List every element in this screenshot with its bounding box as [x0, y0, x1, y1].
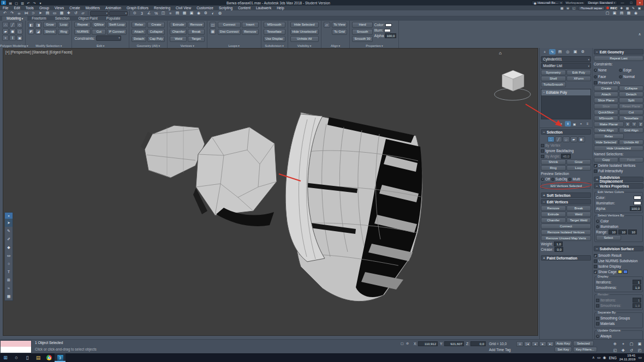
quick-access-dropdown-icon[interactable]: ▾ — [38, 1, 43, 5]
render-iterations-checkbox[interactable] — [596, 299, 599, 302]
preserve-uvs-checkbox[interactable] — [594, 81, 597, 85]
edit-geometry-button[interactable]: Split — [619, 98, 643, 103]
shrink-loop-icon[interactable]: ◩ — [28, 28, 34, 34]
isolate-selection-icon[interactable]: ▢ — [604, 10, 611, 16]
modifier-button[interactable]: XForm — [567, 76, 592, 81]
ribbon-button[interactable]: Extrude — [170, 22, 187, 28]
select-by-color-radio[interactable] — [596, 220, 599, 223]
soft-selection-rollout-header[interactable]: +Soft Selection — [541, 192, 591, 198]
auto-key-button[interactable]: Auto Key — [554, 341, 572, 346]
vertex-color-swatch[interactable] — [385, 23, 392, 27]
pin-stack-icon[interactable]: ⌖ — [558, 121, 564, 126]
tray-expand-icon[interactable]: ∧ — [592, 355, 595, 360]
ribbon-button[interactable]: Cut — [92, 29, 106, 35]
section-label[interactable]: Geometry (All) — [129, 44, 167, 47]
ribbon-button[interactable]: Cap Poly — [147, 36, 165, 42]
edit-geometry-button[interactable]: Attach — [594, 92, 618, 97]
scene-explorer-icon[interactable]: ▤ — [618, 10, 625, 16]
edit-vertices-button[interactable]: Extrude — [541, 212, 566, 217]
circle-tool-icon[interactable]: ○ — [5, 260, 13, 268]
ribbon-button[interactable]: Attach — [132, 29, 146, 35]
ribbon-button[interactable]: MSmooth — [264, 22, 285, 28]
edit-geometry-button[interactable]: Reset Plane — [619, 104, 643, 109]
unhide-all-button[interactable]: Unhide All — [619, 140, 643, 145]
remove-modifier-icon[interactable]: × — [578, 121, 584, 126]
add-annotation-icon[interactable]: ✚ — [619, 6, 624, 10]
ribbon-button[interactable]: Dist Connect — [218, 29, 241, 35]
y-coordinate-field[interactable]: 921,607 — [444, 341, 464, 346]
element-mode-icon[interactable]: ◼ — [9, 28, 16, 34]
create-tab-icon[interactable]: + — [541, 49, 548, 55]
ribbon-button[interactable]: Detach — [132, 36, 146, 42]
reference-coordinate-dropdown[interactable] — [90, 11, 109, 16]
modifier-button[interactable]: Shell — [541, 76, 566, 81]
ribbon-button[interactable]: Smooth — [352, 29, 372, 35]
select-and-scale-icon[interactable]: ▱ — [80, 10, 86, 16]
shrink-ring-icon[interactable]: ◧ — [28, 22, 34, 28]
select-object-icon[interactable]: ➤ — [37, 10, 44, 16]
make-unique-icon[interactable]: ▣ — [571, 121, 577, 126]
ribbon-button[interactable]: Relax — [132, 22, 146, 28]
x-coordinate-field[interactable]: 110,912 — [418, 341, 438, 346]
relax-button[interactable]: Relax — [594, 134, 624, 139]
percent-snap-toggle-icon[interactable]: % — [153, 10, 159, 16]
ribbon-button[interactable]: Unhide All — [290, 36, 319, 42]
perspective-viewport[interactable]: [+] [Perspective] [Standard] [Edged Face… — [3, 48, 538, 336]
menu-item[interactable]: Civil View — [173, 5, 194, 10]
edit-vertices-button[interactable]: Chamfer — [541, 218, 566, 223]
select-by-name-icon[interactable]: ▤ — [44, 10, 51, 16]
display-iterations-field[interactable]: 1 — [633, 280, 641, 285]
edit-geometry-button[interactable]: Create — [594, 86, 618, 91]
section-label[interactable]: Modify Selection — [26, 44, 71, 47]
constraint-edge-radio[interactable] — [619, 69, 622, 72]
ribbon-button[interactable]: To Grid — [332, 29, 348, 35]
section-label[interactable]: Properties — [350, 44, 398, 47]
copy-button[interactable]: Copy — [594, 157, 618, 162]
shrink-button[interactable]: Shrink — [541, 159, 566, 165]
menu-item[interactable]: Edit — [11, 5, 22, 10]
viewport-label[interactable]: [+] [Perspective] [Standard] [Edged Face… — [5, 50, 72, 54]
hide-unselected-button[interactable]: Hide Unselected — [594, 146, 643, 151]
constraint-none-radio[interactable] — [594, 69, 597, 72]
by-angle-checkbox[interactable] — [541, 155, 544, 158]
ribbon-toggle-icon[interactable]: ▦ — [625, 10, 632, 16]
edit-geometry-button[interactable]: QuickSlice — [594, 110, 618, 115]
section-label[interactable]: Align — [321, 44, 350, 47]
isoline-display-checkbox[interactable] — [594, 265, 597, 268]
paste-button[interactable]: Paste — [619, 157, 643, 162]
remove-unused-map-verts-button[interactable]: Remove Unused Map Verts — [541, 236, 591, 241]
edit-geometry-button[interactable]: Tessellate — [619, 116, 643, 121]
hide-selected-button[interactable]: Hide Selected — [594, 140, 618, 145]
edit-geometry-button[interactable]: Cut — [619, 110, 643, 115]
z-coordinate-field[interactable]: 0,0 — [470, 341, 486, 346]
alpha-field[interactable]: 100,0 — [630, 206, 641, 211]
ribbon-collapse-icon[interactable]: ∧ — [636, 22, 643, 47]
schematic-view-icon[interactable]: ▣ — [188, 10, 195, 16]
subdivision-displacement-rollout-header[interactable]: +Subdivision Displacement — [594, 177, 643, 182]
ribbon-button[interactable]: Hide Selected — [290, 22, 319, 28]
save-file-icon[interactable]: ▥ — [20, 1, 25, 5]
repeat-last-button[interactable]: Repeat Last — [594, 56, 643, 61]
ribbon-button[interactable]: To View — [332, 22, 348, 28]
weight-field[interactable]: 1,0 — [554, 242, 563, 246]
selection-set-dropdown[interactable]: Selected — [573, 341, 594, 346]
section-label[interactable]: Subdivision — [261, 44, 288, 47]
ribbon-button[interactable]: Shrink — [43, 29, 57, 35]
zoom-extents-icon[interactable]: ▢ — [628, 341, 635, 347]
remove-isolated-vertices-button[interactable]: Remove Isolated Vertices — [541, 230, 591, 235]
section-label[interactable]: Edit — [72, 44, 129, 47]
next-frame-icon[interactable]: ►| — [547, 341, 554, 347]
zoom-icon[interactable]: ⊕ — [611, 341, 619, 347]
ring-button[interactable]: Ring — [541, 165, 566, 171]
section-label[interactable]: Loops — [207, 44, 261, 47]
selection-filter-dropdown[interactable] — [109, 11, 128, 16]
make-planar-y-button[interactable]: Y — [631, 122, 637, 127]
undo-icon[interactable]: ↶ — [2, 10, 8, 16]
full-interactivity-checkbox[interactable] — [594, 170, 597, 173]
set-key-button[interactable]: Set Key — [554, 347, 572, 352]
language-indicator[interactable]: ENG — [609, 356, 617, 360]
make-planar-button[interactable]: Make Planar — [594, 122, 624, 127]
play-animation-icon[interactable]: ► — [539, 341, 546, 347]
viewport-layout-icon[interactable]: ▦ — [559, 6, 564, 10]
tab-selection[interactable]: Selection — [51, 16, 74, 21]
